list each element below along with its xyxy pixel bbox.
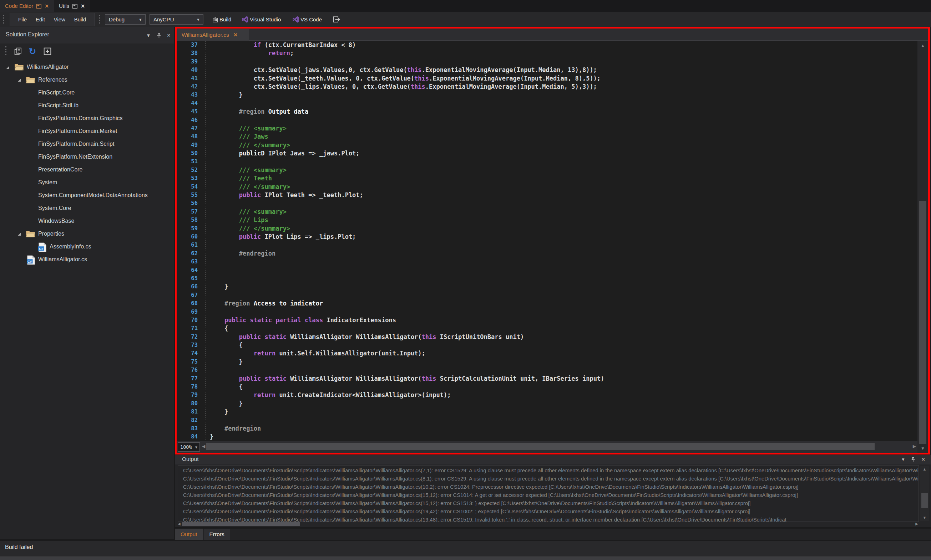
output-error-row[interactable]: C:\Users\fxhst\OneDrive\Documents\FinStu… <box>178 491 919 499</box>
scroll-down-icon[interactable]: ▼ <box>920 515 929 520</box>
scrollbar-thumb[interactable] <box>206 443 875 450</box>
chevron-down-icon: ▼ <box>195 445 197 449</box>
line-number: 51 <box>177 158 199 166</box>
output-vertical-scrollbar[interactable]: ▲ ▼ <box>920 466 929 521</box>
sync-document-icon[interactable] <box>13 46 23 57</box>
open-external-button[interactable] <box>333 14 340 25</box>
code-line: 45#region Output data <box>177 108 917 116</box>
close-icon[interactable]: ✕ <box>81 3 85 9</box>
scroll-right-icon[interactable]: ▶ <box>913 444 916 449</box>
tree-item-system[interactable]: System <box>0 177 174 190</box>
output-error-row[interactable]: C:\Users\fxhst\OneDrive\Documents\FinStu… <box>178 516 919 522</box>
code-text <box>199 266 210 274</box>
code-line: 79return unit.CreateIndicator<WilliamsAl… <box>177 391 917 399</box>
add-item-icon[interactable] <box>42 46 53 57</box>
code-line: 60public IPlot Lips => _lips.Plot; <box>177 233 917 241</box>
output-horizontal-scrollbar[interactable]: ◀ ▶ <box>178 522 919 526</box>
build-button[interactable]: Build <box>212 14 231 25</box>
open-visual-studio-button[interactable]: Visual Studio <box>242 14 281 25</box>
chevron-down-icon[interactable]: ▼ <box>145 32 152 39</box>
code-token: (ctx.CurrentBarIndex < 8) <box>261 42 356 48</box>
code-line: 53/// Teeth <box>177 174 917 183</box>
output-error-list[interactable]: C:\Users\fxhst\OneDrive\Documents\FinStu… <box>178 465 919 522</box>
scrollbar-thumb[interactable] <box>919 201 926 444</box>
tree-item-williamsalligator-cs[interactable]: C#WilliamsAlligator.cs <box>0 254 174 267</box>
close-icon[interactable]: ✕ <box>233 32 238 38</box>
tab-output[interactable]: Output <box>175 529 203 540</box>
output-error-row[interactable]: C:\Users\fxhst\OneDrive\Documents\FinStu… <box>178 467 919 475</box>
pin-icon[interactable] <box>909 456 917 463</box>
close-icon[interactable]: ✕ <box>919 456 927 463</box>
line-number: 83 <box>177 425 199 433</box>
code-line: 83#endregion <box>177 425 917 433</box>
output-error-row[interactable]: C:\Users\fxhst\OneDrive\Documents\FinStu… <box>178 483 919 491</box>
tree-item-williamsalligator[interactable]: WilliamsAlligator <box>0 61 174 74</box>
chevron-down-icon[interactable]: ▼ <box>899 456 907 463</box>
tree-item-finsysplatform-domain-market[interactable]: FinSysPlatform.Domain.Market <box>0 126 174 138</box>
output-error-row[interactable]: C:\Users\fxhst\OneDrive\Documents\FinStu… <box>178 499 919 508</box>
menu-view[interactable]: View <box>54 16 65 23</box>
code-line: 52/// <summary> <box>177 166 917 174</box>
menu-build[interactable]: Build <box>74 16 86 23</box>
configuration-select[interactable]: Debug ▼ <box>105 14 145 25</box>
code-token: WilliamsAlligator WilliamsAlligator( <box>287 333 422 340</box>
output-panel: Output ▼ ✕ C:\Users\fxhst\OneDrive\Docum… <box>175 455 931 527</box>
editor-tab-williamsalligator[interactable]: WilliamsAlligator.cs ✕ <box>178 29 249 41</box>
code-lines: 37if (ctx.CurrentBarIndex < 8)38return;3… <box>177 41 917 441</box>
toolbar-drag-handle[interactable] <box>3 15 4 24</box>
tree-item-finsysplatform-netextension[interactable]: FinSysPlatform.NetExtension <box>0 151 174 164</box>
scroll-up-icon[interactable]: ▲ <box>920 467 929 471</box>
tree-item-references[interactable]: References <box>0 74 174 87</box>
pin-icon[interactable] <box>155 32 163 39</box>
zoom-level-select[interactable]: 100% ▼ <box>178 442 200 452</box>
code-text: /// Teeth <box>199 174 272 183</box>
expander-icon[interactable] <box>6 66 9 69</box>
tree-item-assemblyinfo-cs[interactable]: C#AssemblyInfo.cs <box>0 241 174 254</box>
code-line: 61 <box>177 241 917 249</box>
code-token: this <box>422 375 436 382</box>
refresh-icon[interactable]: ↻ <box>27 46 38 57</box>
tree-item-finsysplatform-domain-graphics[interactable]: FinSysPlatform.Domain.Graphics <box>0 113 174 126</box>
code-line: 46 <box>177 116 917 125</box>
tree-item-system-componentmodel-dataannotations[interactable]: System.ComponentModel.DataAnnotations <box>0 190 174 203</box>
tree-item-windowsbase[interactable]: WindowsBase <box>0 215 174 228</box>
toolbar-drag-handle[interactable] <box>99 15 100 24</box>
window-tab-code-editor[interactable]: Code Editor ✕ <box>0 0 54 12</box>
open-vscode-button[interactable]: VS Code <box>293 14 322 25</box>
editor-horizontal-scrollbar[interactable]: ◀ ▶ <box>201 441 917 453</box>
expander-icon[interactable] <box>18 233 21 235</box>
close-icon[interactable]: ✕ <box>45 3 49 9</box>
code-text: } <box>199 283 228 291</box>
code-token: IScriptUnitOnBars unit) <box>436 333 524 340</box>
scrollbar-thumb[interactable] <box>182 522 300 526</box>
line-number: 76 <box>177 366 199 374</box>
tree-item-finsysplatform-domain-script[interactable]: FinSysPlatform.Domain.Script <box>0 138 174 151</box>
code-editor[interactable]: 37if (ctx.CurrentBarIndex < 8)38return;3… <box>177 41 917 441</box>
scroll-up-icon[interactable]: ▲ <box>917 43 928 48</box>
window-tab-utils[interactable]: Utils ✕ <box>54 0 90 12</box>
csharp-file-icon: C# <box>38 242 47 254</box>
tree-item-presentationcore[interactable]: PresentationCore <box>0 164 174 177</box>
output-error-row[interactable]: C:\Users\fxhst\OneDrive\Documents\FinStu… <box>178 508 919 516</box>
tree-item-finscript-core[interactable]: FinScript.Core <box>0 87 174 100</box>
scrollbar-thumb[interactable] <box>921 493 928 508</box>
tab-errors[interactable]: Errors <box>204 529 230 540</box>
line-number: 37 <box>177 41 199 49</box>
tree-item-properties[interactable]: Properties <box>0 228 174 241</box>
output-error-row[interactable]: C:\Users\fxhst\OneDrive\Documents\FinStu… <box>178 475 919 483</box>
line-number: 58 <box>177 216 199 224</box>
editor-vertical-scrollbar[interactable]: ▲ ▼ <box>917 41 928 453</box>
scroll-left-icon[interactable]: ◀ <box>178 522 181 526</box>
scroll-down-icon[interactable]: ▼ <box>917 446 928 451</box>
platform-select[interactable]: AnyCPU ▼ <box>150 14 204 25</box>
close-icon[interactable]: ✕ <box>165 32 173 39</box>
menu-file[interactable]: File <box>18 16 27 23</box>
scroll-right-icon[interactable]: ▶ <box>915 522 918 526</box>
expander-icon[interactable] <box>18 79 21 82</box>
tree-item-finscript-stdlib[interactable]: FinScript.StdLib <box>0 100 174 113</box>
tree-item-system-core[interactable]: System.Core <box>0 203 174 215</box>
code-line: 44 <box>177 100 917 108</box>
menu-edit[interactable]: Edit <box>36 16 45 23</box>
scroll-left-icon[interactable]: ◀ <box>202 444 205 449</box>
toolbar-drag-handle[interactable] <box>5 46 6 56</box>
